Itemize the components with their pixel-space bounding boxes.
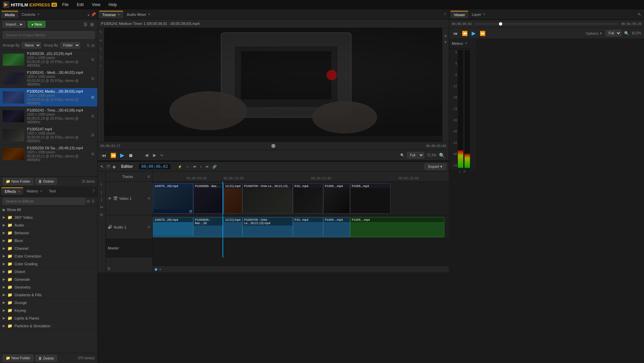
category-lights[interactable]: ▶ 📁 Lights & Flares	[0, 314, 97, 322]
trimmer-in-btn[interactable]: ◀|	[144, 153, 150, 158]
media-item-4[interactable]: P1005243 - Time...;00;42;08).mp4 1920 x …	[0, 107, 97, 126]
category-behavior[interactable]: ▶ 📁 Behavior	[0, 229, 97, 237]
tracks-menu-icon[interactable]: ≡	[147, 174, 150, 179]
trimmer-send-btn[interactable]: ↪	[159, 153, 164, 158]
editor-marker-icon[interactable]: ◆	[112, 164, 116, 169]
track-eye-audio1[interactable]: 🔊	[108, 225, 112, 229]
export-button[interactable]: Export ▾	[425, 163, 446, 170]
trimmer-zoom-select[interactable]: Full 50% 25%	[407, 152, 424, 158]
trimmer-jump-start-btn[interactable]: ⏮	[100, 152, 108, 159]
tab-effects[interactable]: Effects ×	[1, 187, 23, 195]
ed-in-icon[interactable]: [	[100, 189, 103, 195]
track-gear-video1[interactable]: ⚙	[147, 196, 150, 200]
category-particles[interactable]: ▶ 📁 Particles & Simulation	[0, 322, 97, 330]
audio-clip-2[interactable]: P1000695 - Bac...;00	[193, 217, 223, 237]
audio-clip-7[interactable]: P1005....mp4	[350, 217, 444, 237]
editor-clock-icon[interactable]: ⏱	[106, 164, 110, 169]
category-color-correction[interactable]: ▶ 📁 Color Correction	[0, 252, 97, 260]
grid-view-icon[interactable]: ⊞	[90, 21, 95, 28]
media-search-input[interactable]	[3, 31, 95, 39]
menu-help[interactable]: Help	[107, 2, 118, 8]
editor-slide-btn[interactable]: ⇌	[204, 164, 210, 169]
menu-file[interactable]: File	[61, 2, 70, 8]
media-gear-4[interactable]: ⚙	[91, 114, 95, 119]
category-generate[interactable]: ▶ 📁 Generate	[0, 276, 97, 283]
video-clip-6[interactable]: P1005....mp4	[323, 183, 350, 214]
sort-icon[interactable]: ⇅	[87, 43, 90, 48]
tab-text[interactable]: Text	[45, 188, 59, 194]
tab-effects-close[interactable]: ×	[18, 190, 20, 193]
menu-edit[interactable]: Edit	[75, 2, 85, 8]
panel-pin-icon[interactable]: 📌	[91, 12, 96, 17]
trimmer-blade-icon[interactable]: ✂	[99, 38, 103, 43]
ed-out-icon[interactable]: ]	[100, 197, 103, 202]
delete-button[interactable]: 🗑 Delete	[35, 178, 57, 185]
trimmer-cursor-icon[interactable]: ↖	[99, 29, 103, 35]
tab-layer-close[interactable]: ×	[483, 12, 485, 16]
arrange-select[interactable]: Name	[22, 42, 41, 49]
tab-trimmer-close[interactable]: ×	[118, 13, 120, 17]
audio-clip-4[interactable]: P1000709 - Onto Le...;00;21;13).mp4	[242, 217, 293, 237]
category-audio[interactable]: ▶ 📁 Audio	[0, 221, 97, 229]
effects-delete-button[interactable]: 🗑 Delete	[35, 355, 57, 362]
ed-cursor-icon[interactable]: ↖	[99, 182, 104, 187]
editor-cursor-icon[interactable]: ↖	[100, 164, 104, 169]
trimmer-step-back-btn[interactable]: ⏪	[109, 152, 117, 159]
track-gear-audio1[interactable]: ⚙	[147, 225, 150, 229]
tab-history[interactable]: History ×	[23, 188, 45, 194]
effects-search-input[interactable]	[3, 198, 85, 205]
viewer-cursor-icon[interactable]: ↖	[638, 12, 641, 17]
group-select[interactable]: Folder	[60, 42, 80, 49]
trimmer-play-btn[interactable]: ▶	[119, 151, 126, 159]
track-settings-icon[interactable]: ⚙	[107, 266, 111, 271]
import-button[interactable]: Import... ▶	[3, 21, 26, 28]
tab-viewer[interactable]: Viewer	[450, 11, 468, 18]
tab-history-close[interactable]: ×	[40, 189, 42, 193]
viewer-jump-start-btn[interactable]: ⏮	[452, 30, 459, 37]
video-clip-3[interactable]: 12;21).mp4	[224, 183, 242, 214]
menu-view[interactable]: View	[91, 2, 102, 8]
viewer-playhead-dot[interactable]	[499, 22, 502, 26]
media-gear-2[interactable]: ⚙	[91, 76, 95, 81]
editor-link-btn[interactable]: 🔗	[211, 164, 218, 169]
media-gear-5[interactable]: ⚙	[91, 133, 95, 138]
audio-clip-3[interactable]: 12;21).mp4	[224, 217, 242, 237]
trimmer-zoom-out-btn[interactable]: 🔍	[438, 152, 446, 159]
media-gear-3[interactable]: ⚙	[91, 95, 95, 100]
timeline-sync-icon[interactable]: ⏺	[154, 267, 158, 271]
effects-grid-icon[interactable]: ⊞	[87, 199, 90, 204]
meters-close[interactable]: ×	[465, 41, 467, 45]
media-item-3[interactable]: P1005241 Mediu...;00;39;03).mp4 1920 x 1…	[0, 88, 97, 107]
category-color-grading[interactable]: ▶ 📁 Color Grading	[0, 260, 97, 268]
category-distort[interactable]: ▶ 📁 Distort	[0, 268, 97, 276]
panel-collapse-icon[interactable]: ▴	[88, 12, 90, 17]
tab-controls-close[interactable]: ×	[37, 12, 39, 16]
editor-slip-btn[interactable]: ↕	[199, 164, 203, 169]
effects-new-folder-button[interactable]: 📁 New Folder	[3, 355, 33, 362]
tab-trimmer[interactable]: Trimmer ×	[99, 11, 123, 18]
video-clip-4[interactable]: P1000709 - Onto Le...;00;21;13).mp4	[242, 183, 293, 214]
editor-roll-btn[interactable]: ⇄	[192, 164, 197, 169]
new-button[interactable]: ● New	[28, 21, 45, 28]
viewer-zoom-select[interactable]: Full	[606, 30, 621, 36]
video-clip-2[interactable]: P1000695 - Bac...;00	[193, 183, 223, 214]
audio-clip-5[interactable]: P10...mp4	[293, 217, 323, 237]
category-blurs[interactable]: ▶ 📁 Blurs	[0, 237, 97, 245]
media-item-6[interactable]: P1005250 Oli Sa...;00;49;13).mp4 1920 x …	[0, 145, 97, 163]
ed-snap-icon[interactable]: ⊞	[99, 212, 104, 218]
trimmer-in-icon[interactable]: [	[100, 46, 102, 52]
viewer-play-btn[interactable]: ▶	[470, 29, 477, 37]
viewer-zoom-icon[interactable]: 🔍	[624, 31, 629, 36]
trimmer-help-icon[interactable]: ?	[444, 12, 446, 17]
category-keying[interactable]: ▶ 📁 Keying	[0, 307, 97, 314]
media-item-5[interactable]: P1005247.mp4 1920 x 1080 pixels 00;00;06…	[0, 126, 97, 145]
video-clip-5[interactable]: P10...mp4	[293, 183, 323, 214]
show-all-button[interactable]: Show All	[7, 208, 21, 212]
audio-clip-1[interactable]: 100070...28).mp4	[153, 217, 193, 237]
filter-icon[interactable]: ⊞	[91, 43, 95, 48]
media-item-2[interactable]: P1005241 - Medi...;00;46;02).mp4 1920 x …	[0, 69, 97, 88]
list-view-icon[interactable]: ☰	[83, 21, 88, 28]
audio-clip-6[interactable]: P1005....mp4	[323, 217, 350, 237]
media-item-1[interactable]: P1005239...(01;10;29).mp4 1920 x 1080 pi…	[0, 50, 97, 69]
tab-controls[interactable]: Controls ×	[18, 11, 43, 18]
